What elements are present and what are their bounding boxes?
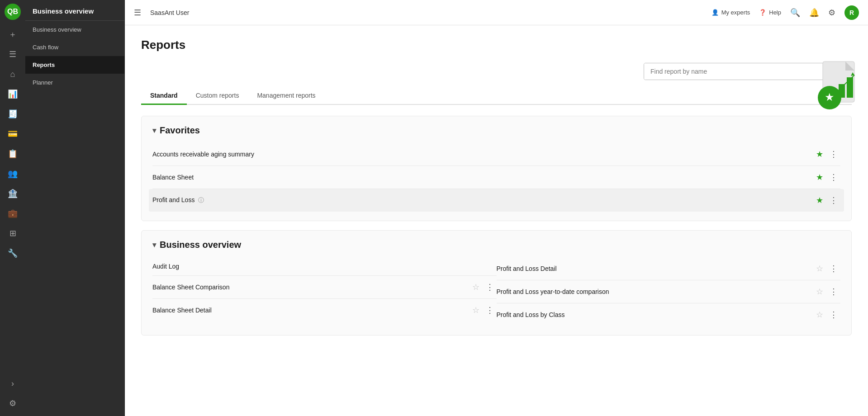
business-overview-left-list: Audit Log Balance Sheet Comparison ☆ ⋮ B…: [152, 257, 497, 326]
report-name[interactable]: Balance Sheet Detail: [152, 307, 472, 314]
main-area: ☰ SaasAnt User 👤 My experts ❓ Help 🔍 🔔 ⚙…: [125, 0, 868, 416]
star-filled-icon[interactable]: ★: [816, 172, 823, 182]
add-icon[interactable]: ＋: [4, 25, 22, 43]
report-name[interactable]: Accounts receivable aging summary: [152, 151, 816, 158]
business-overview-grid: Audit Log Balance Sheet Comparison ☆ ⋮ B…: [152, 257, 840, 326]
more-options-icon[interactable]: ⋮: [483, 304, 497, 316]
page-title: Reports: [141, 38, 852, 52]
more-options-icon[interactable]: ⋮: [827, 171, 840, 183]
list-item: Audit Log: [152, 257, 497, 276]
sidebar-title: Business overview: [25, 0, 124, 21]
app-user-name: SaasAnt User: [150, 9, 189, 16]
more-options-icon[interactable]: ⋮: [827, 194, 840, 206]
icon-bar: QB ＋ ☰ ⌂ 📊 🧾 💳 📋 👥 🏦 💼 ⊞ 🔧 › ⚙: [0, 0, 25, 416]
expand-icon[interactable]: ›: [4, 374, 22, 392]
search-bar: ▾: [644, 63, 852, 80]
hamburger-icon[interactable]: ☰: [4, 45, 22, 63]
business-overview-section: ▾ Business overview Audit Log Balance Sh…: [141, 230, 852, 336]
my-experts-button[interactable]: 👤 My experts: [711, 9, 750, 16]
star-empty-icon[interactable]: ☆: [816, 287, 823, 297]
tools-icon[interactable]: 🔧: [4, 244, 22, 262]
apps-icon[interactable]: ⊞: [4, 224, 22, 242]
sidebar-item-planner[interactable]: Planner: [25, 74, 124, 91]
star-empty-icon[interactable]: ☆: [472, 282, 479, 292]
reports-icon[interactable]: 📊: [4, 85, 22, 103]
sidebar-item-reports[interactable]: Reports: [25, 56, 124, 74]
business-overview-title: Business overview: [160, 240, 241, 250]
menu-toggle-icon[interactable]: ☰: [134, 8, 141, 18]
help-icon: ❓: [759, 9, 766, 16]
contacts-icon[interactable]: 👥: [4, 165, 22, 183]
list-item: Accounts receivable aging summary ★ ⋮: [152, 143, 840, 166]
list-item: Profit and Loss year-to-date comparison …: [497, 280, 841, 303]
list-item: Balance Sheet Comparison ☆ ⋮: [152, 276, 497, 299]
search-bar-row: ▾: [141, 63, 852, 80]
more-options-icon[interactable]: ⋮: [483, 281, 497, 293]
tab-standard[interactable]: Standard: [141, 87, 187, 105]
help-label: Help: [769, 9, 781, 16]
more-options-icon[interactable]: ⋮: [827, 148, 840, 160]
business-overview-chevron-icon[interactable]: ▾: [152, 241, 156, 249]
favorites-section-header: ▾ Favorites: [152, 125, 840, 136]
star-empty-icon[interactable]: ☆: [816, 264, 823, 274]
qb-logo[interactable]: QB: [5, 4, 21, 20]
star-empty-icon[interactable]: ☆: [472, 305, 479, 315]
business-overview-section-header: ▾ Business overview: [152, 240, 840, 250]
help-button[interactable]: ❓ Help: [759, 9, 781, 16]
person-icon: 👤: [711, 9, 719, 16]
sidebar-item-business-overview[interactable]: Business overview: [25, 21, 124, 38]
bank-icon[interactable]: 🏦: [4, 184, 22, 203]
favorites-section: ▾ Favorites Accounts receivable aging su…: [141, 116, 852, 221]
content-area: ★ Reports ▾ Standard Custom reports Mana…: [125, 25, 868, 416]
search-icon[interactable]: 🔍: [790, 8, 800, 18]
topbar-actions: 👤 My experts ❓ Help 🔍 🔔 ⚙ R: [711, 5, 859, 20]
report-name[interactable]: Balance Sheet Comparison: [152, 284, 472, 291]
report-name[interactable]: Profit and Loss ⓘ: [152, 196, 816, 204]
tab-custom-reports[interactable]: Custom reports: [187, 87, 248, 105]
gear-icon[interactable]: ⚙: [828, 8, 835, 18]
topbar: ☰ SaasAnt User 👤 My experts ❓ Help 🔍 🔔 ⚙…: [125, 0, 868, 25]
list-item: Profit and Loss by Class ☆ ⋮: [497, 303, 841, 326]
list-item: Profit and Loss ⓘ ★ ⋮: [149, 189, 844, 212]
star-empty-icon[interactable]: ☆: [816, 310, 823, 320]
report-name[interactable]: Profit and Loss year-to-date comparison: [497, 288, 816, 295]
business-overview-right-list: Profit and Loss Detail ☆ ⋮ Profit and Lo…: [497, 257, 841, 326]
tabs: Standard Custom reports Management repor…: [141, 87, 852, 105]
projects-icon[interactable]: 📋: [4, 145, 22, 163]
settings-icon[interactable]: ⚙: [4, 394, 22, 412]
report-name[interactable]: Audit Log: [152, 263, 497, 270]
favorites-list: Accounts receivable aging summary ★ ⋮ Ba…: [152, 143, 840, 212]
search-dropdown-arrow[interactable]: ▾: [837, 63, 851, 80]
avatar[interactable]: R: [844, 5, 859, 20]
decorative-image: ★: [796, 52, 868, 116]
favorites-chevron-icon[interactable]: ▾: [152, 126, 156, 135]
tab-management-reports[interactable]: Management reports: [248, 87, 324, 105]
list-item: Balance Sheet ★ ⋮: [152, 166, 840, 189]
more-options-icon[interactable]: ⋮: [827, 309, 840, 321]
star-filled-icon[interactable]: ★: [816, 195, 823, 205]
expenses-icon[interactable]: 💳: [4, 125, 22, 143]
report-name[interactable]: Profit and Loss Detail: [497, 265, 816, 272]
star-filled-icon[interactable]: ★: [816, 149, 823, 159]
invoices-icon[interactable]: 🧾: [4, 105, 22, 123]
more-options-icon[interactable]: ⋮: [827, 263, 840, 274]
sidebar-item-cash-flow[interactable]: Cash flow: [25, 38, 124, 56]
payroll-icon[interactable]: 💼: [4, 204, 22, 222]
list-item: Balance Sheet Detail ☆ ⋮: [152, 299, 497, 321]
more-options-icon[interactable]: ⋮: [827, 286, 840, 298]
sidebar: Business overview Business overview Cash…: [25, 0, 125, 416]
bell-icon[interactable]: 🔔: [809, 8, 819, 18]
report-name[interactable]: Balance Sheet: [152, 174, 816, 181]
home-icon[interactable]: ⌂: [4, 65, 22, 83]
my-experts-label: My experts: [721, 9, 750, 16]
info-icon: ⓘ: [198, 197, 204, 203]
search-input[interactable]: [644, 63, 837, 80]
favorites-title: Favorites: [160, 125, 200, 136]
list-item: Profit and Loss Detail ☆ ⋮: [497, 257, 841, 280]
report-name[interactable]: Profit and Loss by Class: [497, 311, 816, 318]
